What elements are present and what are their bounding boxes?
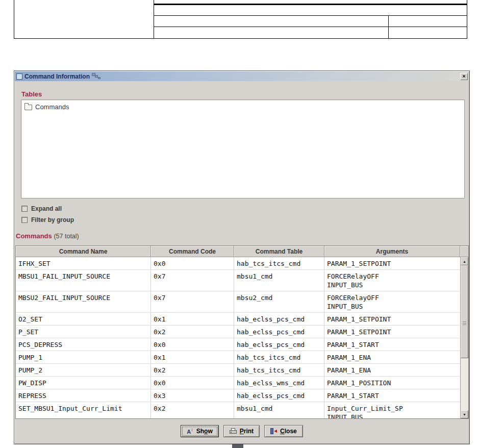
cell-command-table: mbsu1_cmd — [234, 402, 324, 418]
cell-arguments: PARAM_1_POSITION — [324, 377, 460, 389]
expand-all-checkbox[interactable] — [21, 206, 28, 212]
cell-command-code: 0x1 — [151, 351, 234, 363]
commands-table: Command Name Command Code Command Table … — [15, 245, 469, 419]
scroll-up-button[interactable]: ▲ — [461, 257, 468, 265]
cell-arguments: PARAM_1_START — [324, 389, 460, 402]
cell-command-name: SET_MBSU1_Input_Curr_Limit — [16, 402, 151, 418]
table-row[interactable]: MBSU2_FAIL_INPUT_SOURCE0x7mbsu2_cmdFORCE… — [16, 291, 460, 313]
column-header-arguments[interactable]: Arguments — [324, 246, 460, 257]
cell-command-table: mbsu1_cmd — [234, 270, 324, 291]
cell-command-table: hab_eclss_pcs_cmd — [234, 389, 324, 402]
table-row[interactable]: PUMP_20x2hab_tcs_itcs_cmdPARAM_1_ENA — [16, 364, 460, 377]
scroll-down-button[interactable]: ▼ — [461, 410, 468, 418]
table-header-row: Command Name Command Code Command Table … — [16, 246, 468, 257]
cell-command-table: hab_eclss_pcs_cmd — [234, 338, 324, 351]
show-icon: A↕ — [187, 428, 193, 435]
commands-table-rows: IFHX_SET0x0hab_tcs_itcs_cmdPARAM_1_SETPO… — [16, 257, 460, 418]
table-row[interactable]: PUMP_10x1hab_tcs_itcs_cmdPARAM_1_ENA — [16, 351, 460, 364]
column-header-command-table[interactable]: Command Table — [234, 246, 324, 257]
tables-tree-panel: Commands — [21, 99, 465, 198]
print-button-label: Print — [240, 428, 254, 435]
cell-command-table: hab_tcs_itcs_cmd — [234, 364, 324, 376]
cell-command-name: PUMP_2 — [16, 364, 151, 376]
column-header-command-name[interactable]: Command Name — [16, 246, 151, 257]
table-row[interactable]: REPRESS0x3hab_eclss_pcs_cmdPARAM_1_START — [16, 389, 460, 402]
print-icon — [230, 428, 237, 434]
cell-arguments: PARAM_1_ENA — [324, 364, 460, 376]
expand-all-label: Expand all — [31, 205, 62, 212]
command-information-dialog: Command Information × Tables Commands Ex… — [14, 70, 470, 444]
scrollbar-thumb[interactable] — [461, 265, 468, 358]
cell-arguments: PARAM_1_SETPOINT — [324, 326, 460, 338]
cell-command-name: P_SET — [16, 326, 151, 338]
tree-item-label: Commands — [35, 103, 69, 111]
cell-command-name: PW_DISP — [16, 377, 151, 389]
cell-command-name: REPRESS — [16, 389, 151, 402]
expand-all-checkbox-row: Expand all — [21, 205, 62, 212]
background-table-divider — [154, 0, 154, 38]
cell-arguments: FORCERelayOFF INPUT_BUS — [324, 291, 460, 312]
filter-by-group-checkbox-row: Filter by group — [21, 216, 74, 223]
cell-command-name: PCS_DEPRESS — [16, 338, 151, 351]
background-table — [14, 0, 467, 39]
vertical-scrollbar[interactable]: ▲ ▼ — [460, 257, 468, 418]
close-button[interactable]: Close — [264, 425, 303, 437]
title-bar[interactable]: Command Information × — [15, 71, 469, 81]
cell-command-name: MBSU1_FAIL_INPUT_SOURCE — [16, 270, 151, 291]
folder-icon — [24, 105, 32, 110]
cell-command-table: hab_tcs_itcs_cmd — [234, 257, 324, 269]
table-row[interactable]: SET_MBSU1_Input_Curr_Limit0x2mbsu1_cmdIn… — [16, 402, 460, 418]
cell-command-code: 0x0 — [151, 338, 234, 351]
cell-command-name: O2_SET — [16, 313, 151, 325]
cell-command-table: hab_eclss_pcs_cmd — [234, 313, 324, 325]
cell-command-code: 0x1 — [151, 313, 234, 325]
show-button[interactable]: A↕ Show — [181, 425, 218, 437]
filter-by-group-label: Filter by group — [31, 216, 74, 223]
cell-command-code: 0x7 — [151, 291, 234, 312]
scrollbar-header-corner — [460, 246, 468, 257]
commands-heading-text: Commands — [16, 232, 52, 240]
column-header-command-code[interactable]: Command Code — [151, 246, 234, 257]
table-row[interactable]: PW_DISP0x0hab_eclss_wms_cmdPARAM_1_POSIT… — [16, 377, 460, 389]
table-row[interactable]: MBSU1_FAIL_INPUT_SOURCE0x7mbsu1_cmdFORCE… — [16, 270, 460, 291]
cell-command-code: 0x0 — [151, 377, 234, 389]
commands-section-heading: Commands (57 total) — [16, 232, 79, 240]
cell-command-table: mbsu2_cmd — [234, 291, 324, 312]
partially-visible-background-content — [232, 444, 243, 448]
tables-section-heading: Tables — [21, 90, 42, 98]
dialog-title: Command Information — [24, 73, 90, 80]
window-icon — [16, 73, 22, 80]
background-table-divider — [154, 4, 467, 5]
cell-command-name: MBSU2_FAIL_INPUT_SOURCE — [16, 291, 151, 312]
cell-command-code: 0x2 — [151, 402, 234, 418]
cell-command-code: 0x2 — [151, 326, 234, 338]
cell-arguments: PARAM_1_SETPOINT — [324, 257, 460, 269]
cell-command-table: hab_eclss_wms_cmd — [234, 377, 324, 389]
show-button-label: Show — [196, 428, 213, 435]
table-row[interactable]: O2_SET0x1hab_eclss_pcs_cmdPARAM_1_SETPOI… — [16, 313, 460, 326]
cell-arguments: PARAM_1_START — [324, 338, 460, 351]
cell-command-code: 0x7 — [151, 270, 234, 291]
table-row[interactable]: P_SET0x2hab_eclss_pcs_cmdPARAM_1_SETPOIN… — [16, 326, 460, 338]
close-icon — [270, 428, 277, 434]
title-decoration-icon — [92, 72, 102, 80]
print-button[interactable]: Print — [223, 425, 260, 437]
filter-by-group-checkbox[interactable] — [21, 217, 28, 223]
scrollbar-thumb-grip — [463, 323, 466, 323]
table-row[interactable]: PCS_DEPRESS0x0hab_eclss_pcs_cmdPARAM_1_S… — [16, 338, 460, 351]
scrollbar-track[interactable] — [461, 265, 468, 410]
commands-total-count: (57 total) — [54, 233, 79, 240]
background-table-divider — [154, 27, 467, 27]
table-body: IFHX_SET0x0hab_tcs_itcs_cmdPARAM_1_SETPO… — [16, 257, 468, 418]
cell-arguments: Input_Curr_Limit_SP INPUT_BUS — [324, 402, 460, 418]
window-close-button[interactable]: × — [460, 73, 468, 80]
footer-button-bar: A↕ Show Print Close — [14, 425, 469, 438]
cell-arguments: PARAM_1_ENA — [324, 351, 460, 363]
cell-command-table: hab_tcs_itcs_cmd — [234, 351, 324, 363]
tree-item-commands[interactable]: Commands — [24, 103, 69, 111]
cell-command-code: 0x3 — [151, 389, 234, 402]
background-table-divider — [154, 15, 467, 16]
table-row[interactable]: IFHX_SET0x0hab_tcs_itcs_cmdPARAM_1_SETPO… — [16, 257, 460, 270]
background-table-divider — [388, 15, 389, 38]
cell-command-name: PUMP_1 — [16, 351, 151, 363]
